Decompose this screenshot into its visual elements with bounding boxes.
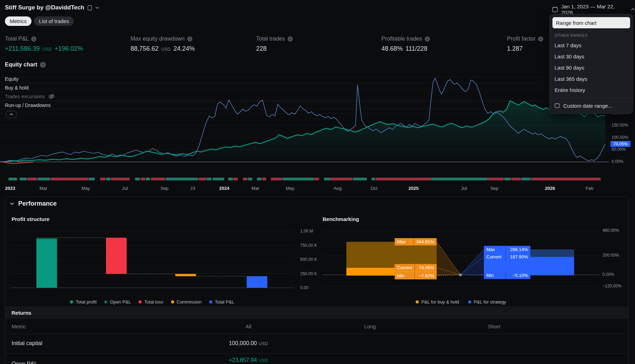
range-badge: Current74.05% xyxy=(395,264,437,271)
menu-item-last-30-days[interactable]: Last 30 days xyxy=(550,51,633,62)
metric-value: 48.68% xyxy=(381,45,403,52)
metric-extra: +196.02% xyxy=(55,45,83,52)
date-range-control[interactable]: Jan 1, 2023 — Mar 22, 2026 xyxy=(552,3,635,15)
legend-dot xyxy=(171,300,174,304)
x-axis-label: May xyxy=(286,186,295,191)
column-header-short: Short xyxy=(432,323,556,329)
row-value-all: 100,000.00 USD xyxy=(191,340,306,347)
metric-extra: 24.24% xyxy=(174,45,195,52)
metric-value: 1.287 xyxy=(507,45,523,52)
x-axis-label: Mar xyxy=(252,186,259,191)
win-segment xyxy=(504,178,511,180)
loss-segment xyxy=(111,178,130,180)
menu-item-label: Custom date range... xyxy=(563,103,612,109)
legend-dot xyxy=(209,300,212,304)
y-axis-label: 0.00% xyxy=(602,272,614,277)
performance-header[interactable]: Performance xyxy=(10,200,57,207)
view-tabs: Metrics List of trades xyxy=(5,16,74,26)
chevron-up-icon xyxy=(10,114,13,115)
metric-total-pnl: Total P&Li +211,586.39USD+196.02% xyxy=(5,36,83,52)
returns-title: Returns xyxy=(12,310,31,316)
x-axis-label: 23 xyxy=(190,186,195,191)
metric-value: 228 xyxy=(256,45,267,52)
loss-segment xyxy=(198,178,206,180)
win-segment xyxy=(206,178,212,180)
loss-segment xyxy=(243,178,247,180)
tab-list-of-trades[interactable]: List of trades xyxy=(34,16,74,26)
calendar-icon xyxy=(555,103,560,108)
loss-segment xyxy=(233,178,238,180)
eye-off-icon[interactable] xyxy=(48,94,55,99)
y-axis-label: 50.00% xyxy=(612,147,626,152)
menu-divider xyxy=(550,98,633,98)
date-range-value: Jan 1, 2023 — Mar 22, 2026 xyxy=(561,3,628,15)
loss-segment xyxy=(50,178,88,180)
legend-item: P&L for buy & hold xyxy=(416,299,459,305)
currency-suffix: USD xyxy=(161,47,171,52)
menu-item-last-7-days[interactable]: Last 7 days xyxy=(550,40,633,51)
currency-suffix: USD xyxy=(42,47,52,52)
y-axis-label: 500.00 K xyxy=(300,257,317,262)
win-segment xyxy=(213,178,224,180)
loss-segment xyxy=(511,178,521,180)
loss-segment xyxy=(100,178,106,180)
win-segment xyxy=(37,178,50,180)
legend-label: P&L for buy & hold xyxy=(421,299,459,305)
chevron-down-icon xyxy=(10,202,14,205)
win-segment xyxy=(282,178,314,180)
legend-label: Total profit xyxy=(76,299,97,305)
divider xyxy=(5,334,628,334)
range-badge: Min−5.10% xyxy=(484,272,530,279)
info-icon: i xyxy=(31,36,36,42)
column-header-all: All xyxy=(191,323,306,329)
loss-segment xyxy=(271,178,282,180)
legend-item: Open P&L xyxy=(104,299,131,305)
menu-item-entire-history[interactable]: Entire history xyxy=(550,84,633,95)
badge-label: Max xyxy=(395,238,414,245)
info-icon: i xyxy=(288,36,293,42)
x-axis-label: 2024 xyxy=(219,186,230,191)
menu-item-custom-date-range[interactable]: Custom date range... xyxy=(550,100,633,111)
tab-metrics[interactable]: Metrics xyxy=(5,16,31,26)
legend-label: Run-up / Drawdowns xyxy=(5,102,51,108)
win-segment xyxy=(8,178,17,180)
chevron-up-icon xyxy=(631,8,635,11)
profit-structure-title: Profit structure xyxy=(12,216,49,222)
divider xyxy=(0,83,609,83)
date-range-menu: Range from chart OTHER RANGES Last 7 day… xyxy=(549,14,633,114)
equity-chart-canvas[interactable] xyxy=(0,63,609,177)
win-segment xyxy=(257,178,262,180)
menu-item-last-90-days[interactable]: Last 90 days xyxy=(550,62,633,73)
strategy-title-row[interactable]: Stiff Surge by @DaviddTech xyxy=(5,4,99,11)
menu-section-label: OTHER RANGES xyxy=(550,28,633,40)
menu-item-range-from-chart[interactable]: Range from chart xyxy=(552,17,630,28)
legend-label: Total P&L xyxy=(215,299,234,305)
divider xyxy=(0,109,609,109)
benchmarking-chart xyxy=(323,227,601,291)
y-axis-label: 200.00% xyxy=(602,253,619,258)
legend-item-equity[interactable]: Equity xyxy=(5,74,55,83)
script-source-icon xyxy=(87,5,92,10)
collapse-chart-button[interactable] xyxy=(6,111,16,118)
loss-segment xyxy=(151,178,165,180)
metric-label: Total P&L xyxy=(5,36,29,42)
row-label: Initial capital xyxy=(12,340,42,347)
loss-segment xyxy=(531,178,601,180)
badge-label: Current xyxy=(484,253,506,260)
legend-item-runup-drawdowns[interactable]: Run-up / Drawdowns xyxy=(5,101,55,109)
win-segment xyxy=(248,178,252,180)
menu-item-last-365-days[interactable]: Last 365 days xyxy=(550,73,633,84)
divider xyxy=(0,92,609,92)
legend-item: Total P&L xyxy=(209,299,234,305)
legend-item-trades-excursions[interactable]: Trades excursions xyxy=(5,92,55,101)
column-header-long: Long xyxy=(308,323,432,329)
x-axis-label: Aug xyxy=(333,186,341,191)
legend-item: Total profit xyxy=(70,299,97,305)
badge-label: Current xyxy=(395,264,415,271)
badge-value: −7.82% xyxy=(415,272,437,279)
loss-segment xyxy=(262,178,266,180)
legend-item-buy-hold[interactable]: Buy & hold xyxy=(5,83,55,92)
profit-structure-legend: Total profitOpen P&LTotal lossCommission… xyxy=(10,299,294,305)
y-axis-label: 150.00% xyxy=(612,123,628,128)
legend-item: Commission xyxy=(171,299,202,305)
